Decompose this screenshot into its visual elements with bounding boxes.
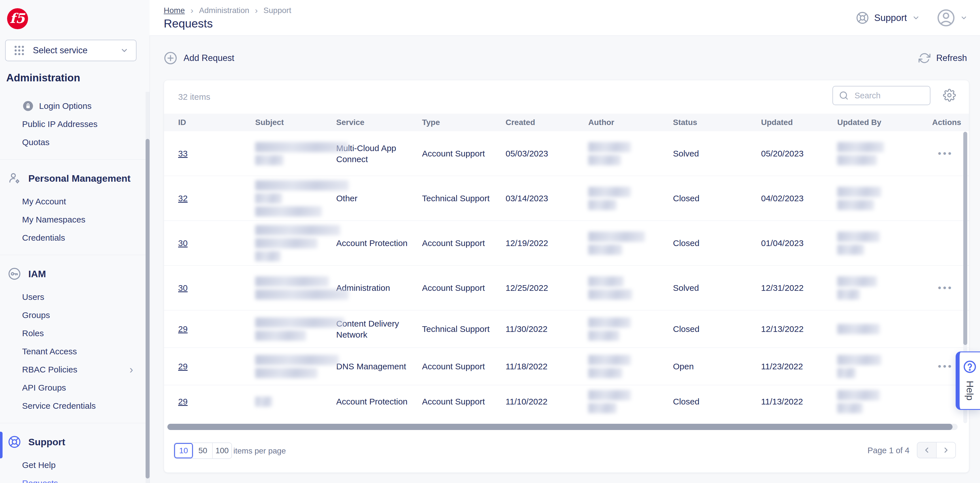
question-circle-icon: [963, 360, 977, 374]
sidebar-item-rbac-policies[interactable]: RBAC Policies ›: [0, 360, 146, 379]
sidebar-heading-label: Support: [28, 437, 65, 448]
cell-service: DNS Management: [336, 361, 422, 372]
sidebar-item-groups[interactable]: Groups: [0, 306, 146, 324]
search-icon: [838, 91, 849, 100]
cell-updated-by-redacted: [837, 231, 932, 255]
cell-author-redacted: [588, 355, 673, 378]
lifebuoy-icon: [8, 435, 21, 448]
horizontal-scrollbar-track[interactable]: [167, 424, 958, 430]
support-menu-label: Support: [874, 13, 907, 23]
sidebar-item-credentials[interactable]: Credentials: [0, 229, 146, 247]
sidebar-item-my-account[interactable]: My Account: [0, 193, 146, 210]
cell-status: Solved: [673, 148, 761, 159]
cell-service: Administration: [336, 282, 422, 293]
column-header-status[interactable]: Status: [673, 118, 761, 127]
page-size-100[interactable]: 100: [213, 443, 231, 458]
cell-id: 29: [178, 361, 255, 372]
cell-updated-by-redacted: [837, 390, 932, 413]
cell-created: 11/10/2022: [506, 396, 588, 407]
sidebar-item-tenant-access[interactable]: Tenant Access: [0, 343, 146, 360]
help-tab-button[interactable]: Help: [956, 351, 980, 410]
sidebar-heading-iam[interactable]: IAM: [0, 263, 146, 285]
sidebar-heading-support[interactable]: Support: [0, 430, 146, 453]
sidebar: f5 Select service Administration: [0, 0, 150, 483]
add-request-button[interactable]: Add Request: [164, 51, 234, 65]
breadcrumb: Home › Administration › Support: [164, 6, 291, 15]
cell-type: Account Support: [422, 282, 506, 293]
sidebar-item-quotas[interactable]: Quotas: [0, 133, 146, 151]
page-size-10[interactable]: 10: [174, 443, 193, 458]
table-row: 29 DNS Management Account Support 11/18/…: [164, 348, 969, 385]
column-header-type[interactable]: Type: [422, 118, 506, 127]
column-header-updated-by[interactable]: Updated By: [837, 118, 932, 127]
sidebar-item-public-ip-addresses[interactable]: Public IP Addresses: [0, 115, 146, 133]
support-menu-button[interactable]: Support: [856, 11, 920, 24]
redacted-id: [188, 148, 188, 159]
refresh-button[interactable]: Refresh: [918, 52, 967, 64]
cell-author-redacted: [588, 187, 673, 210]
sidebar-item-api-groups[interactable]: API Groups: [0, 379, 146, 397]
column-header-created[interactable]: Created: [506, 118, 588, 127]
redacted-id: [188, 238, 188, 249]
sidebar-item-label: My Account: [22, 197, 66, 206]
cell-status: Open: [673, 361, 761, 372]
request-id-link[interactable]: 29: [178, 324, 241, 335]
breadcrumb-support[interactable]: Support: [263, 6, 291, 15]
sidebar-item-label: Users: [22, 292, 44, 302]
sidebar-item-users[interactable]: Users: [0, 288, 146, 306]
account-menu-button[interactable]: [937, 9, 967, 27]
request-id-prefix: 33: [178, 148, 188, 159]
column-header-subject[interactable]: Subject: [255, 118, 336, 127]
column-header-updated[interactable]: Updated: [761, 118, 837, 127]
request-id-link[interactable]: 32: [178, 193, 241, 204]
page-size-50[interactable]: 50: [193, 443, 213, 458]
column-header-author[interactable]: Author: [588, 118, 673, 127]
breadcrumb-home-link[interactable]: Home: [164, 6, 185, 15]
sidebar-item-label: API Groups: [22, 383, 66, 392]
cell-author-redacted: [588, 231, 673, 255]
table-row: 33 Multi-Cloud App Connect Account Suppo…: [164, 131, 969, 176]
sidebar-item-my-namespaces[interactable]: My Namespaces: [0, 210, 146, 229]
column-header-service[interactable]: Service: [336, 118, 422, 127]
vertical-scrollbar-thumb[interactable]: [963, 132, 967, 345]
cell-updated-by-redacted: [837, 324, 932, 334]
cell-created: 12/19/2022: [506, 238, 588, 249]
column-header-id[interactable]: ID: [178, 118, 255, 127]
request-id-link[interactable]: 30: [178, 282, 241, 293]
cell-subject-redacted: [255, 180, 336, 217]
request-id-prefix: 30: [178, 238, 188, 249]
request-id-link[interactable]: 30: [178, 238, 241, 249]
sidebar-item-get-help[interactable]: Get Help: [0, 456, 146, 474]
cell-updated: 11/13/2022: [761, 396, 837, 407]
request-id-link[interactable]: 29: [178, 361, 241, 372]
search-input[interactable]: [854, 91, 924, 100]
add-request-label: Add Request: [183, 53, 234, 63]
nav-group-personal-management: Personal Management My Account My Namesp…: [0, 159, 146, 255]
items-per-page-label: items per page: [233, 446, 286, 456]
cell-id: 29: [178, 324, 255, 335]
chevron-down-icon: [912, 14, 920, 22]
sidebar-item-roles[interactable]: Roles: [0, 324, 146, 343]
svg-text:f5: f5: [10, 11, 26, 26]
previous-page-button[interactable]: [917, 443, 937, 458]
chevron-down-icon: [120, 46, 129, 55]
nav-group-administration: Login Options Public IP Addresses Quotas: [0, 92, 146, 159]
request-id-link[interactable]: 33: [178, 148, 241, 159]
request-id-link[interactable]: 29: [178, 396, 241, 407]
next-page-button[interactable]: [937, 443, 955, 458]
horizontal-scrollbar-thumb[interactable]: [167, 424, 953, 430]
cell-type: Account Support: [422, 148, 506, 159]
sidebar-scrollbar-thumb[interactable]: [146, 139, 150, 478]
chevron-right-icon: ›: [191, 6, 193, 15]
table-row: 30 Administration Account Support 12/25/…: [164, 265, 969, 310]
table-settings-button[interactable]: [943, 89, 956, 102]
sidebar-item-requests[interactable]: Requests: [0, 474, 146, 483]
cell-updated-by-redacted: [837, 276, 932, 300]
breadcrumb-administration[interactable]: Administration: [199, 6, 249, 15]
request-id-prefix: 29: [178, 361, 188, 372]
sidebar-item-service-credentials[interactable]: Service Credentials: [0, 397, 146, 415]
select-service-dropdown[interactable]: Select service: [5, 40, 137, 61]
cell-type: Account Support: [422, 238, 506, 249]
sidebar-heading-personal-management[interactable]: Personal Management: [0, 167, 146, 190]
sidebar-item-login-options[interactable]: Login Options: [0, 97, 146, 115]
